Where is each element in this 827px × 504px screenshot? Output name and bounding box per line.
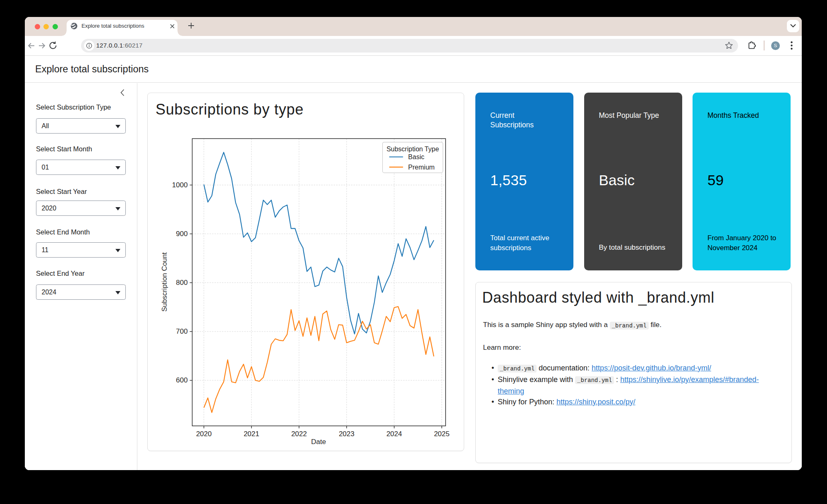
svg-text:800: 800 [176, 279, 187, 287]
svg-text:700: 700 [176, 327, 187, 335]
svg-text:Premium: Premium [408, 164, 435, 171]
svg-text:2024: 2024 [386, 430, 402, 438]
svg-text:2023: 2023 [339, 430, 355, 438]
svg-text:2022: 2022 [291, 430, 307, 438]
svg-text:2025: 2025 [434, 430, 450, 438]
svg-text:1000: 1000 [172, 181, 188, 189]
svg-text:Subscription Type: Subscription Type [386, 146, 439, 153]
svg-text:900: 900 [176, 230, 187, 238]
svg-text:2020: 2020 [196, 430, 212, 438]
svg-text:600: 600 [176, 376, 187, 384]
svg-text:Date: Date [311, 438, 326, 446]
svg-text:2021: 2021 [244, 430, 259, 438]
svg-text:Subscription Count: Subscription Count [161, 252, 168, 312]
svg-text:Basic: Basic [408, 153, 424, 160]
